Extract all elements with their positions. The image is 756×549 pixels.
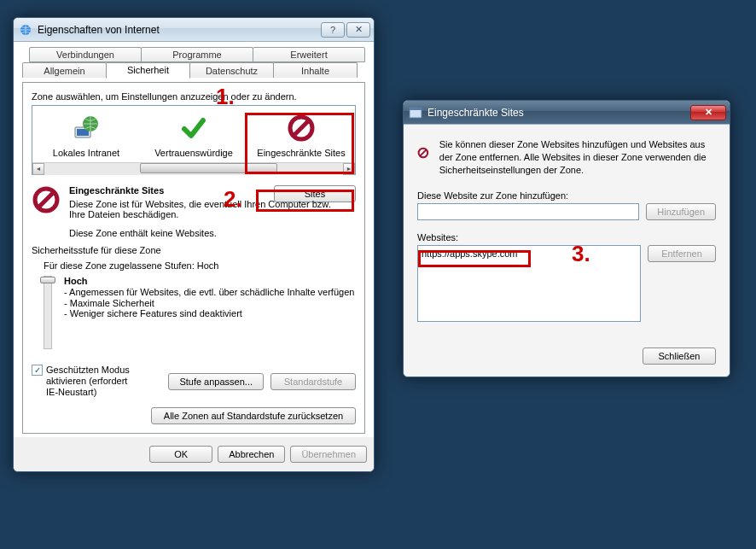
protected-mode-label-2: aktivieren (erfordert: [46, 376, 127, 386]
protected-mode-label-1: Geschützten Modus: [46, 365, 130, 375]
level-bullet-2: - Maximale Sicherheit: [64, 298, 356, 308]
svg-rect-9: [410, 108, 422, 110]
list-item[interactable]: https://apps.skype.com: [420, 248, 638, 260]
restricted-sites-dialog: Eingeschränkte Sites ✕ Sie können dieser…: [403, 100, 730, 377]
cancel-button[interactable]: Abbrechen: [218, 446, 285, 463]
close-button[interactable]: ✕: [346, 22, 370, 38]
slider-thumb[interactable]: [40, 277, 55, 283]
scroll-right-button[interactable]: ►: [343, 163, 355, 175]
reset-all-zones-button[interactable]: Alle Zonen auf Standardstufe zurücksetze…: [151, 407, 356, 424]
zone-empty-note: Diese Zone enthält keine Websites.: [69, 228, 356, 238]
selected-zone-title: Eingeschränkte Sites: [69, 185, 164, 196]
help-button[interactable]: ?: [321, 22, 345, 38]
add-website-input[interactable]: [417, 203, 639, 220]
zone-selector: Lokales Intranet Vertrauenswürdige: [32, 105, 356, 175]
remove-button[interactable]: Entfernen: [648, 245, 716, 262]
tab-erweitert[interactable]: Erweitert: [253, 47, 365, 62]
zone-trusted-label: Vertrauenswürdige: [140, 148, 247, 158]
allowed-levels-label: Für diese Zone zugelassene Stufen: Hoch: [44, 260, 356, 271]
ok-button[interactable]: OK: [149, 446, 212, 463]
zone-local-intranet[interactable]: Lokales Intranet: [32, 110, 140, 158]
svg-line-11: [420, 149, 426, 155]
security-tab-panel: Zone auswählen, um Einstellungen anzuzei…: [22, 82, 365, 434]
add-button[interactable]: Hinzufügen: [646, 203, 716, 220]
scroll-track[interactable]: [44, 163, 343, 175]
protected-mode-checkbox[interactable]: ✓: [32, 365, 43, 376]
add-website-label: Diese Website zur Zone hinzufügen:: [417, 190, 716, 201]
svg-line-5: [294, 120, 309, 136]
tab-strip: Verbindungen Programme Erweitert Allgeme…: [22, 47, 365, 83]
scroll-thumb[interactable]: [140, 163, 277, 173]
zone-trusted[interactable]: Vertrauenswürdige: [140, 110, 247, 158]
zone-select-label: Zone auswählen, um Einstellungen anzuzei…: [32, 91, 356, 102]
dialog-button-row: OK Abbrechen Übernehmen: [14, 437, 374, 471]
restricted-icon: [287, 114, 316, 143]
dialog-icon: [409, 106, 422, 120]
scroll-left-button[interactable]: ◄: [32, 163, 44, 175]
security-level-label: Sicherheitsstufe für diese Zone: [32, 245, 356, 255]
default-level-button[interactable]: Standardstufe: [270, 373, 356, 390]
tab-inhalte[interactable]: Inhalte: [273, 62, 358, 78]
close-button[interactable]: ✕: [690, 105, 726, 120]
globe-monitor-icon: [72, 114, 101, 143]
zone-restricted-label: Eingeschränkte Sites: [247, 148, 355, 158]
tab-datenschutz[interactable]: Datenschutz: [189, 62, 274, 78]
websites-list-label: Websites:: [417, 232, 716, 242]
svg-line-7: [38, 192, 54, 207]
protected-mode-label-3: IE-Neustart): [46, 387, 96, 397]
titlebar[interactable]: Eingeschränkte Sites ✕: [404, 101, 730, 125]
zone-scrollbar[interactable]: ◄ ►: [32, 162, 355, 174]
internet-options-icon: [19, 23, 32, 37]
tab-allgemein[interactable]: Allgemein: [22, 62, 107, 78]
tab-programme[interactable]: Programme: [141, 47, 253, 62]
websites-listbox[interactable]: https://apps.skype.com: [417, 245, 641, 322]
custom-level-button[interactable]: Stufe anpassen...: [168, 373, 264, 390]
titlebar[interactable]: Eigenschaften von Internet ? ✕: [14, 18, 374, 42]
window-title: Eingeschränkte Sites: [427, 107, 689, 119]
restricted-icon: [417, 138, 429, 167]
selected-zone-desc-2: Ihre Dateien beschädigen.: [69, 209, 356, 219]
internet-properties-dialog: Eigenschaften von Internet ? ✕ Verbindun…: [13, 17, 375, 472]
level-bullet-3: - Weniger sichere Features sind deaktivi…: [64, 308, 356, 318]
apply-button[interactable]: Übernehmen: [290, 446, 367, 463]
tab-verbindungen[interactable]: Verbindungen: [29, 47, 142, 62]
restricted-icon-large: [32, 185, 61, 214]
close-dialog-button[interactable]: Schließen: [643, 348, 716, 365]
level-bullet-1: - Angemessen für Websites, die evtl. übe…: [64, 286, 356, 298]
zone-restricted[interactable]: Eingeschränkte Sites: [247, 110, 355, 158]
window-title: Eigenschaften von Internet: [38, 24, 319, 36]
selected-zone-desc-1: Diese Zone ist für Websites, die eventue…: [69, 199, 356, 209]
dialog-description: Sie können dieser Zone Websites hinzufüg…: [439, 138, 716, 177]
level-name: Hoch: [64, 276, 356, 286]
checkmark-icon: [179, 114, 208, 143]
tab-sicherheit[interactable]: Sicherheit: [106, 62, 190, 79]
zone-local-intranet-label: Lokales Intranet: [32, 148, 140, 158]
security-level-slider[interactable]: [44, 276, 52, 349]
